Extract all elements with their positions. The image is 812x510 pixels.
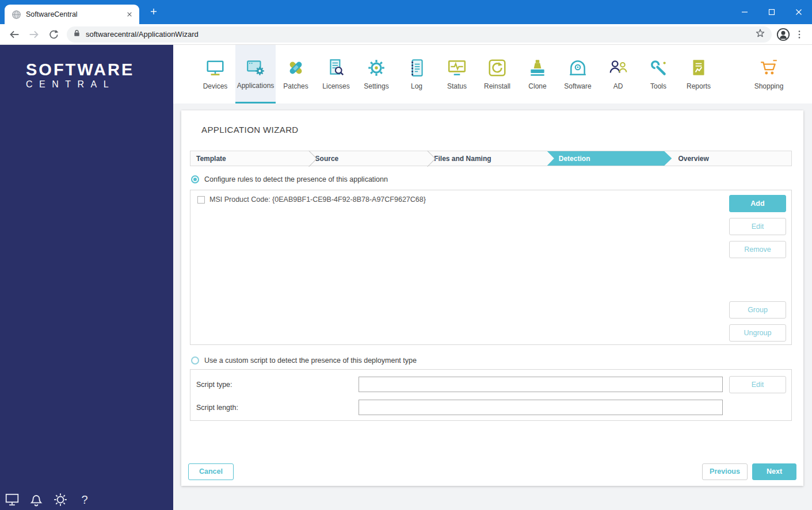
remove-button[interactable]: Remove [729, 241, 786, 258]
nav-label: Log [411, 82, 422, 90]
application-wizard-panel: APPLICATION WIZARD Template Source Files… [181, 110, 803, 486]
tools-wrench-icon [649, 58, 668, 78]
window-controls [731, 0, 812, 24]
wizard-step-files-and-naming[interactable]: Files and Naming [428, 151, 547, 166]
clone-icon [528, 58, 547, 78]
workspace: APPLICATION WIZARD Template Source Files… [173, 103, 812, 510]
nav-label: Patches [283, 82, 308, 90]
bookmark-star-icon[interactable] [754, 28, 766, 41]
devices-icon [205, 58, 225, 78]
nav-item-log[interactable]: Log [397, 45, 437, 103]
devices-status-icon[interactable] [5, 492, 20, 507]
nav-item-status[interactable]: Status [437, 45, 477, 103]
edit-button[interactable]: Edit [729, 218, 786, 235]
close-icon[interactable] [785, 0, 812, 24]
reload-icon[interactable] [45, 26, 62, 43]
rules-radio-row: Configure rules to detect the presence o… [191, 175, 388, 183]
nav-item-reports[interactable]: Reports [678, 45, 719, 103]
wizard-step-overview[interactable]: Overview [664, 151, 791, 166]
rules-buttons-column: Add Edit Remove Group Ungroup [729, 195, 786, 342]
wizard-step-detection[interactable]: Detection [547, 151, 672, 166]
nav-item-reinstall[interactable]: Reinstall [477, 45, 517, 103]
nav-label: Tools [650, 82, 666, 90]
script-radio-row: Use a custom script to detect the presen… [191, 356, 417, 365]
nav-label: Software [564, 82, 591, 90]
script-radio-label: Use a custom script to detect the presen… [204, 356, 417, 365]
browser-toolbar: softwarecentral/ApplicationWizard [0, 24, 812, 45]
nav-item-software[interactable]: Software [558, 45, 598, 103]
logo-central: CENTRAL [26, 79, 173, 90]
new-tab-button[interactable] [146, 4, 161, 19]
browser-menu-icon[interactable] [791, 26, 807, 43]
script-type-input[interactable] [359, 377, 723, 392]
rules-radio-label: Configure rules to detect the presence o… [204, 175, 388, 183]
cancel-button[interactable]: Cancel [188, 463, 234, 480]
nav-item-settings[interactable]: Settings [356, 45, 397, 103]
help-icon[interactable]: ? [77, 492, 92, 507]
profile-avatar-icon[interactable] [775, 26, 791, 43]
page-content: SOFTWARE CENTRAL ? [0, 45, 812, 510]
group-button[interactable]: Group [729, 301, 786, 319]
nav-label: Licenses [322, 82, 349, 90]
footer-right-buttons: Previous Next [702, 463, 796, 480]
wizard-step-template[interactable]: Template [190, 151, 310, 166]
wizard-step-source[interactable]: Source [310, 151, 429, 166]
lock-icon [73, 29, 81, 40]
maximize-icon[interactable] [758, 0, 785, 24]
nav-label: Reports [687, 82, 711, 90]
softwarecentral-logo: SOFTWARE CENTRAL [0, 45, 173, 90]
page-title: APPLICATION WIZARD [201, 125, 299, 135]
step-label: Overview [678, 155, 708, 163]
reinstall-icon [487, 58, 507, 78]
nav-label: Clone [528, 82, 546, 90]
step-label: Detection [559, 155, 590, 163]
notifications-bell-icon[interactable] [29, 492, 44, 507]
logo-software: SOFTWARE [26, 61, 173, 79]
nav-item-ad[interactable]: AD [598, 45, 638, 103]
nav-item-shopping[interactable]: Shopping [749, 45, 789, 103]
script-length-label: Script length: [196, 404, 238, 412]
nav-item-clone[interactable]: Clone [517, 45, 558, 103]
browser-titlebar: SoftwareCentral [0, 0, 812, 24]
next-button[interactable]: Next [752, 463, 796, 480]
nav-item-applications[interactable]: Applications [235, 45, 276, 103]
sidebar: SOFTWARE CENTRAL ? [0, 45, 173, 510]
nav-label: AD [613, 82, 623, 90]
script-radio-button[interactable] [191, 356, 199, 365]
address-bar[interactable]: softwarecentral/ApplicationWizard [67, 26, 772, 43]
wizard-footer: Cancel Previous Next [188, 463, 796, 480]
browser-tab[interactable]: SoftwareCentral [5, 5, 139, 24]
detection-rules-box: MSI Product Code: {0EAB9BF1-CE9B-4F92-8B… [190, 190, 792, 345]
back-icon[interactable] [6, 26, 22, 43]
applications-icon [246, 57, 265, 77]
ad-users-icon [608, 58, 628, 78]
ungroup-button[interactable]: Ungroup [729, 324, 786, 342]
nav-item-tools[interactable]: Tools [638, 45, 678, 103]
script-length-input[interactable] [359, 400, 723, 415]
rules-radio-button[interactable] [191, 175, 199, 183]
nav-item-licenses[interactable]: Licenses [316, 45, 356, 103]
nav-item-devices[interactable]: Devices [195, 45, 235, 103]
reports-icon [689, 58, 708, 78]
add-button[interactable]: Add [729, 195, 786, 212]
tab-close-icon[interactable] [124, 9, 135, 20]
forward-icon[interactable] [26, 26, 42, 43]
nav-item-patches[interactable]: Patches [276, 45, 316, 103]
wizard-steps: Template Source Files and Naming Detecti… [190, 151, 792, 166]
rule-text: MSI Product Code: {0EAB9BF1-CE9B-4F92-8B… [209, 195, 426, 204]
script-type-label: Script type: [196, 381, 232, 389]
script-edit-button[interactable]: Edit [729, 376, 786, 393]
url-text: softwarecentral/ApplicationWizard [86, 30, 754, 39]
sidebar-bottom-bar: ? [5, 492, 92, 507]
step-label: Files and Naming [434, 155, 491, 163]
top-navigation: Devices Applications Patches Licenses Se… [173, 45, 812, 103]
minimize-icon[interactable] [731, 0, 758, 24]
patches-icon [286, 58, 306, 78]
settings-icon [367, 58, 386, 78]
log-icon [407, 58, 426, 78]
settings-gear-icon[interactable] [53, 492, 68, 507]
rule-list-item[interactable]: MSI Product Code: {0EAB9BF1-CE9B-4F92-8B… [197, 195, 426, 204]
rule-checkbox[interactable] [197, 196, 205, 204]
shopping-cart-icon [759, 58, 779, 78]
previous-button[interactable]: Previous [702, 463, 748, 480]
